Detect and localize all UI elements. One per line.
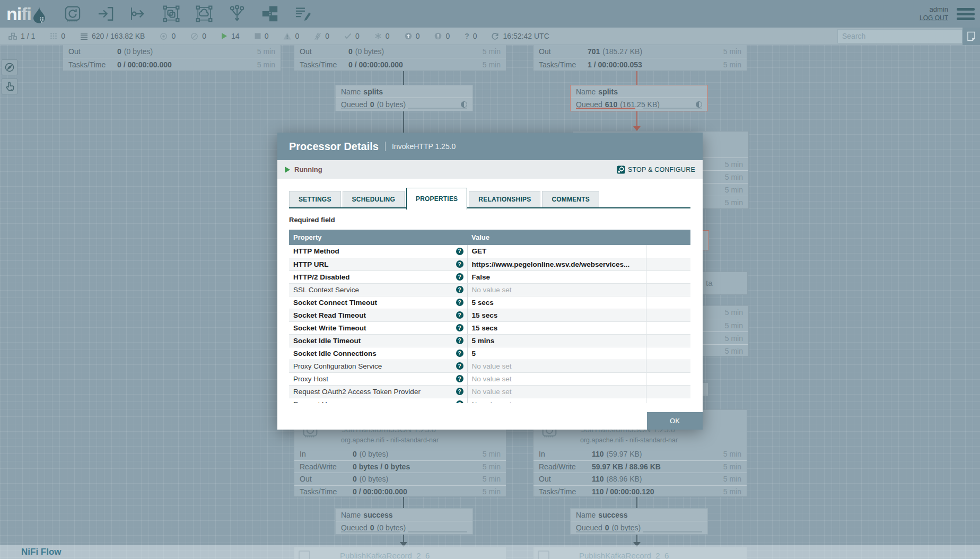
- logout-link[interactable]: LOG OUT: [920, 14, 948, 22]
- threads-grid-icon: [50, 32, 57, 40]
- connection-line-backpressure: [636, 111, 637, 126]
- remote-process-group-icon[interactable]: [194, 3, 215, 24]
- tab-settings[interactable]: SETTINGS: [289, 191, 341, 207]
- help-icon[interactable]: ?: [456, 350, 463, 357]
- property-name: Socket Connect Timeout: [293, 299, 377, 307]
- nifi-app: nifi admin LOG OUT 1 / 1: [0, 0, 980, 559]
- last-refreshed: 16:52:42 UTC: [491, 32, 549, 40]
- tab-relationships[interactable]: RELATIONSHIPS: [469, 191, 540, 207]
- property-value: 5 secs: [467, 296, 646, 309]
- property-actions-cell: [646, 360, 690, 372]
- navigate-palette-button[interactable]: [2, 59, 18, 75]
- connection-label-success[interactable]: Namesuccess Queued0(0 bytes): [570, 508, 708, 535]
- search-input[interactable]: [837, 29, 962, 43]
- input-port-icon[interactable]: [95, 3, 116, 24]
- processor-partial[interactable]: Out0(0 bytes)5 min Tasks/Time0 / 00:00:0…: [63, 45, 281, 71]
- property-row[interactable]: Socket Idle Connections?5: [289, 347, 690, 360]
- nifi-drop-icon: [32, 6, 46, 23]
- processor-bundle: org.apache.nifi - nifi-standard-nar: [580, 436, 678, 444]
- processor-details-dialog: Processor Details InvokeHTTP 1.25.0 Runn…: [277, 133, 703, 430]
- logo-text-fi: fi: [21, 4, 31, 24]
- help-icon[interactable]: ?: [456, 299, 463, 306]
- help-icon[interactable]: ?: [456, 362, 463, 370]
- tab-scheduling[interactable]: SCHEDULING: [343, 191, 405, 207]
- refresh-icon[interactable]: [491, 32, 499, 40]
- help-icon[interactable]: ?: [456, 337, 463, 344]
- property-row[interactable]: Request Username?No value set: [289, 398, 690, 403]
- title-divider: [385, 142, 386, 151]
- operate-palette-button[interactable]: [2, 78, 18, 94]
- help-icon[interactable]: ?: [456, 286, 463, 293]
- connection-label-success[interactable]: Namesuccess Queued0(0 bytes): [335, 508, 473, 535]
- output-port-icon[interactable]: [128, 3, 149, 24]
- processor-partial[interactable]: Out0(0 bytes)5 min Tasks/Time0 / 00:00:0…: [294, 45, 506, 71]
- breadcrumb[interactable]: NiFi Flow: [21, 547, 62, 557]
- username: admin: [920, 5, 948, 14]
- processor-partial[interactable]: Out701(185.27 KB)5 min Tasks/Time1 / 00:…: [533, 45, 747, 71]
- help-icon[interactable]: ?: [456, 311, 463, 319]
- locally-modified-asterisk-icon: [374, 32, 382, 40]
- connection-label-splits[interactable]: Namesplits Queued0(0 bytes): [335, 85, 473, 111]
- processor-icon[interactable]: [62, 3, 83, 24]
- property-row[interactable]: HTTP/2 Disabled?False: [289, 270, 690, 283]
- label-icon[interactable]: [292, 3, 313, 24]
- property-row[interactable]: HTTP URL?https://www.pegelonline.wsv.de/…: [289, 258, 690, 270]
- property-name: HTTP Method: [293, 247, 339, 255]
- property-name: HTTP/2 Disabled: [293, 273, 350, 281]
- status-transmitting: 0: [160, 32, 176, 40]
- property-actions-cell: [646, 258, 690, 270]
- template-icon[interactable]: [259, 3, 281, 24]
- stop-and-configure-button[interactable]: STOP & CONFIGURE: [617, 165, 695, 174]
- status-active-threads: 0: [50, 32, 65, 40]
- status-stopped: 0: [255, 32, 269, 40]
- ok-button[interactable]: OK: [647, 412, 703, 430]
- property-row[interactable]: SSL Context Service?No value set: [289, 283, 690, 296]
- help-icon[interactable]: ?: [456, 324, 463, 331]
- toolbar-right: admin LOG OUT: [920, 5, 975, 22]
- flow-status-bar: 1 / 1 0 620 / 163.82 KB 0 0 14 0 0: [0, 28, 980, 45]
- help-icon[interactable]: ?: [456, 260, 463, 268]
- help-icon[interactable]: ?: [456, 388, 463, 395]
- property-actions-cell: [646, 398, 690, 403]
- tab-properties[interactable]: PROPERTIES: [406, 188, 467, 209]
- status-queued: 620 / 163.82 KB: [80, 32, 145, 40]
- property-value: No value set: [467, 372, 646, 385]
- tab-comments[interactable]: COMMENTS: [542, 191, 599, 207]
- global-menu-icon[interactable]: [957, 6, 975, 22]
- sync-failure-question-icon: ?: [465, 32, 469, 40]
- funnel-icon[interactable]: [226, 3, 248, 24]
- property-actions-cell: [646, 270, 690, 283]
- help-icon[interactable]: ?: [456, 375, 463, 382]
- property-actions-cell: [646, 245, 690, 258]
- property-name: Socket Idle Connections: [293, 350, 377, 357]
- property-value: https://www.pegelonline.wsv.de/webservic…: [467, 258, 646, 270]
- property-value: No value set: [467, 398, 646, 403]
- queue-percent-icon: [696, 101, 702, 108]
- status-disabled: 0: [314, 32, 329, 40]
- property-row[interactable]: Proxy Configuration Service?No value set: [289, 360, 690, 372]
- processor-bundle: org.apache.nifi - nifi-standard-nar: [341, 436, 439, 444]
- help-icon[interactable]: ?: [456, 400, 463, 403]
- property-row[interactable]: Request OAuth2 Access Token Provider?No …: [289, 385, 690, 398]
- property-row[interactable]: Socket Write Timeout?15 secs: [289, 321, 690, 334]
- process-group-icon[interactable]: [161, 3, 182, 24]
- status-up-to-date: 0: [344, 32, 360, 40]
- hand-pointer-icon: [4, 81, 15, 92]
- dialog-title: Processor Details: [289, 141, 379, 153]
- help-icon[interactable]: ?: [456, 273, 463, 281]
- nifi-logo: nifi: [6, 4, 46, 24]
- status-sync-failure: ? 0: [465, 32, 477, 40]
- properties-table-wrap: Property Value HTTP Method?GET HTTP URL?…: [289, 230, 690, 403]
- property-row[interactable]: Proxy Host?No value set: [289, 372, 690, 385]
- help-icon[interactable]: ?: [456, 248, 463, 255]
- connection-label-splits-queued[interactable]: Namesplits Queued610(161.25 KB): [570, 85, 708, 111]
- property-value: False: [467, 270, 646, 283]
- property-value: 5: [467, 347, 646, 360]
- bulletin-board-icon[interactable]: [962, 28, 980, 45]
- property-row[interactable]: HTTP Method?GET: [289, 245, 690, 258]
- property-row[interactable]: Socket Idle Timeout?5 mins: [289, 334, 690, 347]
- property-row[interactable]: Socket Connect Timeout?5 secs: [289, 296, 690, 309]
- property-row[interactable]: Socket Read Timeout?15 secs: [289, 309, 690, 321]
- connection-line: [403, 71, 404, 85]
- property-name: HTTP URL: [293, 260, 329, 268]
